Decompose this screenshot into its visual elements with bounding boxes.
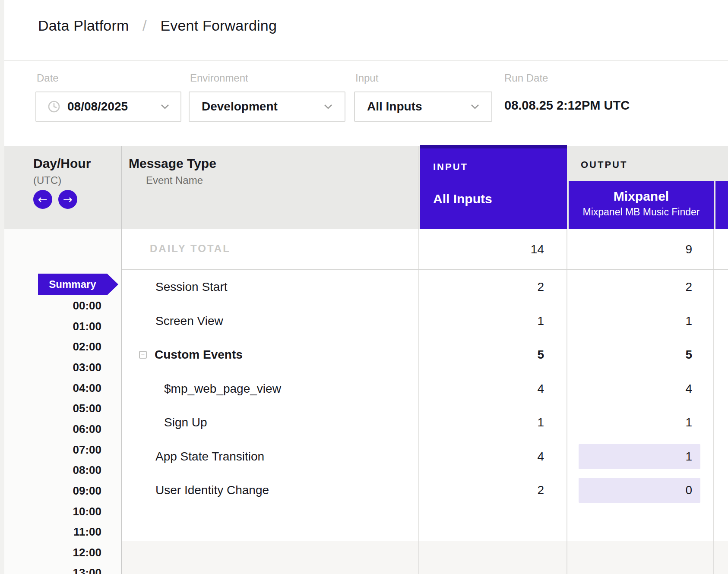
input-column-selected: All Inputs (433, 192, 492, 206)
event-row-label: User Identity Change (155, 483, 269, 497)
output-count-cell: 1 (606, 314, 692, 328)
input-group-label: INPUT (433, 161, 468, 173)
gridline-input-output (567, 229, 567, 574)
clock-icon (47, 100, 60, 113)
run-date-label: Run Date (504, 72, 548, 84)
hour-row-label[interactable]: 05:00 (15, 402, 101, 415)
breadcrumb: Data Platform / Event Forwarding (38, 17, 277, 34)
hour-row-label[interactable]: 03:00 (15, 361, 101, 374)
event-row-label: Sign Up (164, 416, 207, 429)
hour-row-label[interactable]: 11:00 (15, 525, 101, 539)
input-value: All Inputs (367, 100, 422, 114)
hour-row-label[interactable]: 04:00 (15, 382, 101, 395)
previous-day-button[interactable]: ← (33, 190, 52, 209)
chevron-down-icon (471, 104, 479, 109)
date-value: 08/08/2025 (67, 100, 128, 114)
breadcrumb-page: Event Forwarding (160, 17, 277, 34)
input-count-cell: 1 (458, 314, 544, 328)
input-count-cell: 4 (458, 450, 544, 464)
event-row-label: $mp_web_page_view (164, 382, 281, 396)
chevron-down-icon (161, 104, 169, 109)
event-row-label: Session Start (155, 280, 228, 294)
output-count-cell: 1 (606, 416, 692, 429)
input-count-cell: 2 (458, 280, 544, 294)
hour-row-label[interactable]: 09:00 (15, 484, 101, 498)
hour-row-label[interactable]: 07:00 (15, 443, 101, 457)
message-type-subtitle: Event Name (146, 174, 203, 186)
input-filter-label: Input (355, 72, 378, 84)
output-column-header[interactable]: Mixpanel Mixpanel MB Music Finder (569, 181, 714, 229)
input-dropdown[interactable]: All Inputs (354, 91, 492, 122)
arrow-right-icon: → (63, 193, 73, 206)
breadcrumb-separator: / (142, 17, 147, 34)
hour-row-label[interactable]: 08:00 (15, 464, 101, 477)
hour-row-label[interactable]: 06:00 (15, 423, 101, 436)
hour-row-label[interactable]: 00:00 (15, 299, 101, 312)
input-count-cell: 5 (458, 348, 544, 362)
summary-label: Summary (49, 278, 96, 290)
output-count-cell: 0 (606, 483, 692, 497)
event-row-label: Custom Events (155, 348, 243, 362)
day-hour-header: Day/Hour (33, 156, 91, 171)
summary-row-flag[interactable]: Summary (38, 274, 107, 295)
input-count-cell: 4 (458, 382, 544, 396)
daily-total-label: DAILY TOTAL (150, 243, 231, 255)
event-row-label: Screen View (155, 314, 223, 328)
output-count-cell: 5 (606, 348, 692, 362)
event-row-label: App State Transition (155, 450, 264, 464)
output-group-label: OUTPUT (581, 159, 627, 170)
output-count-cell: 1 (606, 450, 692, 464)
day-hour-subtitle: (UTC) (33, 174, 61, 186)
gridline-output-right (713, 229, 714, 574)
hour-row-label[interactable]: 10:00 (15, 505, 101, 518)
environment-value: Development (202, 100, 278, 114)
date-filter-label: Date (37, 72, 59, 84)
date-dropdown[interactable]: 08/08/2025 (35, 91, 181, 122)
environment-filter-label: Environment (190, 72, 248, 84)
page-edge-strip (0, 0, 4, 574)
next-day-button[interactable]: → (58, 190, 77, 209)
hour-row-label[interactable]: 01:00 (15, 320, 101, 333)
input-count-cell: 2 (458, 483, 544, 497)
header-divider (4, 60, 728, 61)
hour-row-label[interactable]: 13:00 (15, 566, 101, 574)
run-date-value: 08.08.25 2:12PM UTC (504, 98, 630, 113)
table-footer-area (122, 541, 728, 574)
daily-total-divider (122, 269, 728, 270)
breadcrumb-section[interactable]: Data Platform (38, 17, 129, 34)
arrow-left-icon: ← (38, 193, 47, 206)
next-output-column-partial (715, 181, 728, 229)
gridline-message-input (418, 146, 419, 574)
sidebar-divider (121, 146, 122, 574)
hour-row-label[interactable]: 12:00 (15, 546, 101, 559)
environment-dropdown[interactable]: Development (189, 91, 345, 122)
output-count-cell: 2 (606, 280, 692, 294)
daily-total-output-value: 9 (606, 243, 692, 256)
input-column-accent-strip (420, 145, 567, 148)
input-count-cell: 1 (458, 416, 544, 429)
daily-total-input-value: 14 (458, 243, 544, 256)
output-count-cell: 4 (606, 382, 692, 396)
output-subtitle: Mixpanel MB Music Finder (569, 206, 714, 218)
chevron-down-icon (324, 104, 332, 109)
message-type-header: Message Type (129, 156, 216, 171)
output-name: Mixpanel (569, 189, 714, 204)
input-column-header[interactable]: INPUT All Inputs (420, 145, 567, 229)
collapse-icon[interactable]: − (139, 351, 147, 359)
hour-row-label[interactable]: 02:00 (15, 340, 101, 353)
